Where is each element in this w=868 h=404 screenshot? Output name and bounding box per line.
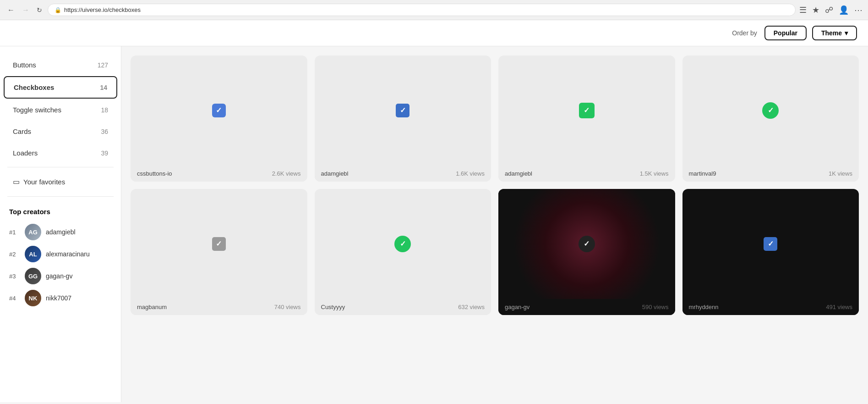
card-footer: Custyyyy 632 views — [315, 299, 491, 315]
creator-rank: #2 — [9, 251, 20, 258]
creator-avatar: AG — [25, 224, 41, 240]
cards-grid: ✓ cssbuttons-io 2.6K views ✓ adamgiebl 1… — [131, 55, 859, 315]
sidebar-item-count: 36 — [101, 128, 108, 135]
card-item[interactable]: ✓ mrhyddenn 491 views — [682, 189, 859, 315]
card-item[interactable]: ✓ cssbuttons-io 2.6K views — [131, 55, 307, 182]
card-footer: cssbuttons-io 2.6K views — [131, 166, 307, 182]
sidebar-item-toggle-switches[interactable]: Toggle switches18 — [4, 100, 117, 120]
address-bar[interactable]: 🔒 https://uiverse.io/checkboxes — [48, 4, 796, 16]
theme-button[interactable]: Theme ▾ — [812, 26, 857, 40]
browser-actions: ☰ ★ ☍ 👤 ⋯ — [799, 5, 863, 15]
card-views: 590 views — [642, 304, 669, 310]
card-preview: ✓ — [315, 55, 491, 166]
url-text: https://uiverse.io/checkboxes — [64, 6, 141, 13]
creator-avatar: GG — [25, 268, 41, 284]
bookmark-icon: ▭ — [13, 177, 20, 186]
card-preview: ✓ — [498, 55, 675, 166]
checkbox-icon: ✓ — [396, 104, 409, 117]
card-views: 491 views — [826, 304, 852, 310]
back-button[interactable]: ← — [5, 4, 16, 16]
main-content: ✓ cssbuttons-io 2.6K views ✓ adamgiebl 1… — [121, 46, 868, 402]
card-footer: adamgiebl 1.5K views — [498, 166, 675, 182]
star-icon[interactable]: ★ — [812, 5, 819, 15]
card-preview: ✓ — [682, 189, 859, 299]
sidebar-divider — [7, 167, 114, 167]
card-footer: gagan-gv 590 views — [498, 299, 675, 315]
reader-icon[interactable]: ☰ — [799, 5, 807, 15]
creator-name: gagan-gv — [46, 272, 72, 280]
creator-item-1[interactable]: #1 AG adamgiebl — [9, 221, 112, 243]
sidebar-item-cards[interactable]: Cards36 — [4, 121, 117, 142]
sidebar-item-loaders[interactable]: Loaders39 — [4, 143, 117, 163]
card-item[interactable]: ✓ gagan-gv 590 views — [498, 189, 675, 315]
order-label: Order by — [732, 29, 757, 37]
sidebar-item-count: 39 — [101, 149, 108, 157]
checkbox-icon: ✓ — [579, 103, 595, 118]
creator-rank: #1 — [9, 229, 20, 236]
card-author: adamgiebl — [505, 170, 532, 177]
card-preview: ✓ — [315, 189, 491, 299]
card-views: 1.5K views — [640, 170, 669, 177]
checkbox-icon: ✓ — [764, 237, 777, 251]
sidebar: Buttons127Checkboxes14Toggle switches18C… — [0, 46, 121, 402]
card-views: 2.6K views — [272, 170, 301, 177]
card-footer: mrhyddenn 491 views — [682, 299, 859, 315]
creator-item-2[interactable]: #2 AL alexmaracinaru — [9, 243, 112, 265]
favorites-label: Your favorites — [23, 178, 65, 186]
card-views: 1.6K views — [456, 170, 485, 177]
top-bar: Order by Popular Theme ▾ — [0, 20, 868, 46]
creator-avatar: NK — [25, 290, 41, 306]
checkbox-icon: ✓ — [212, 237, 226, 251]
card-author: martinval9 — [689, 170, 716, 177]
sidebar-item-buttons[interactable]: Buttons127 — [4, 55, 117, 75]
creator-avatar: AL — [25, 246, 41, 262]
reload-button[interactable]: ↻ — [35, 5, 44, 16]
card-item[interactable]: ✓ martinval9 1K views — [682, 55, 859, 182]
sidebar-item-label: Checkboxes — [14, 83, 54, 91]
popular-button[interactable]: Popular — [764, 26, 807, 40]
theme-label: Theme — [821, 29, 842, 37]
sidebar-item-label: Loaders — [13, 149, 38, 157]
collection-icon[interactable]: ☍ — [825, 5, 833, 15]
card-views: 1K views — [829, 170, 852, 177]
card-preview: ✓ — [131, 189, 307, 299]
creator-rank: #4 — [9, 295, 20, 302]
checkbox-icon: ✓ — [212, 104, 226, 117]
menu-icon[interactable]: ⋯ — [854, 5, 863, 15]
sidebar-item-count: 14 — [100, 84, 107, 91]
top-creators-title: Top creators — [9, 208, 112, 216]
card-author: magbanum — [137, 304, 167, 310]
card-preview: ✓ — [498, 189, 675, 299]
card-item[interactable]: ✓ adamgiebl 1.6K views — [315, 55, 491, 182]
card-footer: adamgiebl 1.6K views — [315, 166, 491, 182]
creator-item-3[interactable]: #3 GG gagan-gv — [9, 265, 112, 287]
creator-name: alexmaracinaru — [46, 250, 90, 258]
sidebar-item-label: Cards — [13, 127, 31, 135]
card-footer: martinval9 1K views — [682, 166, 859, 182]
card-author: adamgiebl — [321, 170, 349, 177]
card-author: gagan-gv — [505, 304, 530, 310]
favorites-item[interactable]: ▭ Your favorites — [4, 171, 117, 193]
sidebar-item-label: Toggle switches — [13, 106, 61, 114]
creator-name: adamgiebl — [46, 228, 76, 236]
browser-chrome: ← → ↻ 🔒 https://uiverse.io/checkboxes ☰ … — [0, 0, 868, 20]
creator-name: nikk7007 — [46, 294, 71, 302]
creator-rank: #3 — [9, 273, 20, 280]
sidebar-item-count: 127 — [98, 61, 108, 69]
card-preview: ✓ — [131, 55, 307, 166]
sidebar-item-checkboxes[interactable]: Checkboxes14 — [4, 76, 117, 99]
card-item[interactable]: ✓ adamgiebl 1.5K views — [498, 55, 675, 182]
card-views: 740 views — [274, 304, 301, 310]
card-item[interactable]: ✓ magbanum 740 views — [131, 189, 307, 315]
card-item[interactable]: ✓ Custyyyy 632 views — [315, 189, 491, 315]
card-author: Custyyyy — [321, 304, 345, 310]
sidebar-item-count: 18 — [101, 106, 108, 114]
checkbox-icon: ✓ — [394, 236, 411, 252]
sidebar-item-label: Buttons — [13, 61, 36, 69]
forward-button[interactable]: → — [20, 4, 31, 16]
profile-icon[interactable]: 👤 — [839, 5, 849, 15]
page-wrapper: Order by Popular Theme ▾ Buttons127Check… — [0, 20, 868, 402]
creator-item-4[interactable]: #4 NK nikk7007 — [9, 287, 112, 309]
checkbox-icon: ✓ — [579, 236, 595, 252]
card-preview: ✓ — [682, 55, 859, 166]
